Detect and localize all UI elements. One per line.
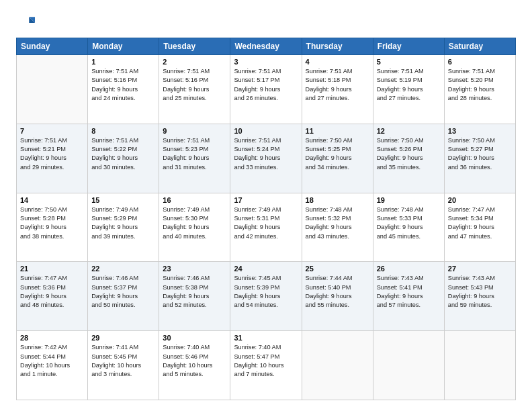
day-number: 19 bbox=[377, 196, 441, 204]
page: SundayMondayTuesdayWednesdayThursdayFrid… bbox=[0, 0, 532, 411]
week-row-1: 1Sunrise: 7:51 AM Sunset: 5:16 PM Daylig… bbox=[17, 55, 516, 124]
day-info: Sunrise: 7:51 AM Sunset: 5:24 PM Dayligh… bbox=[234, 136, 298, 172]
header-row: SundayMondayTuesdayWednesdayThursdayFrid… bbox=[17, 38, 516, 55]
day-cell bbox=[17, 55, 88, 124]
day-number: 26 bbox=[377, 265, 441, 273]
day-number: 6 bbox=[448, 58, 512, 66]
day-info: Sunrise: 7:50 AM Sunset: 5:27 PM Dayligh… bbox=[448, 136, 512, 172]
day-cell: 1Sunrise: 7:51 AM Sunset: 5:16 PM Daylig… bbox=[88, 55, 159, 124]
day-info: Sunrise: 7:43 AM Sunset: 5:43 PM Dayligh… bbox=[448, 274, 512, 310]
day-cell: 11Sunrise: 7:50 AM Sunset: 5:25 PM Dayli… bbox=[302, 124, 373, 193]
day-info: Sunrise: 7:51 AM Sunset: 5:19 PM Dayligh… bbox=[377, 67, 441, 103]
day-number: 11 bbox=[306, 127, 369, 135]
day-info: Sunrise: 7:51 AM Sunset: 5:22 PM Dayligh… bbox=[91, 136, 155, 172]
day-cell: 8Sunrise: 7:51 AM Sunset: 5:22 PM Daylig… bbox=[88, 124, 159, 193]
day-cell: 20Sunrise: 7:47 AM Sunset: 5:34 PM Dayli… bbox=[444, 193, 515, 262]
day-info: Sunrise: 7:40 AM Sunset: 5:47 PM Dayligh… bbox=[234, 343, 298, 379]
day-number: 24 bbox=[234, 265, 298, 273]
calendar-table: SundayMondayTuesdayWednesdayThursdayFrid… bbox=[16, 38, 516, 400]
day-info: Sunrise: 7:41 AM Sunset: 5:45 PM Dayligh… bbox=[91, 343, 155, 379]
day-cell: 22Sunrise: 7:46 AM Sunset: 5:37 PM Dayli… bbox=[88, 262, 159, 331]
day-number: 9 bbox=[163, 127, 226, 135]
day-info: Sunrise: 7:50 AM Sunset: 5:26 PM Dayligh… bbox=[377, 136, 441, 172]
day-cell: 13Sunrise: 7:50 AM Sunset: 5:27 PM Dayli… bbox=[444, 124, 515, 193]
day-cell: 26Sunrise: 7:43 AM Sunset: 5:41 PM Dayli… bbox=[373, 262, 444, 331]
day-number: 27 bbox=[448, 265, 512, 273]
day-cell: 6Sunrise: 7:51 AM Sunset: 5:20 PM Daylig… bbox=[444, 55, 515, 124]
day-number: 13 bbox=[448, 127, 512, 135]
day-info: Sunrise: 7:45 AM Sunset: 5:39 PM Dayligh… bbox=[234, 274, 298, 310]
day-info: Sunrise: 7:51 AM Sunset: 5:16 PM Dayligh… bbox=[163, 67, 226, 103]
logo bbox=[16, 13, 38, 32]
day-info: Sunrise: 7:50 AM Sunset: 5:25 PM Dayligh… bbox=[306, 136, 369, 172]
day-cell: 15Sunrise: 7:49 AM Sunset: 5:29 PM Dayli… bbox=[88, 193, 159, 262]
day-info: Sunrise: 7:42 AM Sunset: 5:44 PM Dayligh… bbox=[20, 343, 84, 379]
day-number: 22 bbox=[91, 265, 155, 273]
day-number: 7 bbox=[20, 127, 84, 135]
day-info: Sunrise: 7:50 AM Sunset: 5:28 PM Dayligh… bbox=[20, 205, 84, 241]
day-info: Sunrise: 7:46 AM Sunset: 5:38 PM Dayligh… bbox=[163, 274, 226, 310]
day-number: 8 bbox=[91, 127, 155, 135]
week-row-5: 28Sunrise: 7:42 AM Sunset: 5:44 PM Dayli… bbox=[17, 331, 516, 400]
day-info: Sunrise: 7:51 AM Sunset: 5:21 PM Dayligh… bbox=[20, 136, 84, 172]
day-cell: 30Sunrise: 7:40 AM Sunset: 5:46 PM Dayli… bbox=[159, 331, 230, 400]
day-cell: 2Sunrise: 7:51 AM Sunset: 5:16 PM Daylig… bbox=[159, 55, 230, 124]
week-row-3: 14Sunrise: 7:50 AM Sunset: 5:28 PM Dayli… bbox=[17, 193, 516, 262]
day-cell bbox=[444, 331, 515, 400]
day-number: 4 bbox=[306, 58, 369, 66]
day-number: 2 bbox=[163, 58, 226, 66]
day-cell: 12Sunrise: 7:50 AM Sunset: 5:26 PM Dayli… bbox=[373, 124, 444, 193]
day-number: 31 bbox=[234, 334, 298, 342]
day-cell bbox=[302, 331, 373, 400]
day-cell: 28Sunrise: 7:42 AM Sunset: 5:44 PM Dayli… bbox=[17, 331, 88, 400]
day-cell: 5Sunrise: 7:51 AM Sunset: 5:19 PM Daylig… bbox=[373, 55, 444, 124]
day-info: Sunrise: 7:43 AM Sunset: 5:41 PM Dayligh… bbox=[377, 274, 441, 310]
day-number: 21 bbox=[20, 265, 84, 273]
day-cell: 18Sunrise: 7:48 AM Sunset: 5:32 PM Dayli… bbox=[302, 193, 373, 262]
col-header-sunday: Sunday bbox=[17, 38, 88, 55]
day-number: 12 bbox=[377, 127, 441, 135]
day-number: 14 bbox=[20, 196, 84, 204]
day-cell: 14Sunrise: 7:50 AM Sunset: 5:28 PM Dayli… bbox=[17, 193, 88, 262]
week-row-4: 21Sunrise: 7:47 AM Sunset: 5:36 PM Dayli… bbox=[17, 262, 516, 331]
day-cell: 24Sunrise: 7:45 AM Sunset: 5:39 PM Dayli… bbox=[230, 262, 302, 331]
day-number: 28 bbox=[20, 334, 84, 342]
day-number: 20 bbox=[448, 196, 512, 204]
day-cell: 16Sunrise: 7:49 AM Sunset: 5:30 PM Dayli… bbox=[159, 193, 230, 262]
header bbox=[16, 13, 516, 32]
day-info: Sunrise: 7:49 AM Sunset: 5:31 PM Dayligh… bbox=[234, 205, 298, 241]
day-number: 5 bbox=[377, 58, 441, 66]
col-header-monday: Monday bbox=[88, 38, 159, 55]
col-header-saturday: Saturday bbox=[444, 38, 515, 55]
day-info: Sunrise: 7:49 AM Sunset: 5:30 PM Dayligh… bbox=[163, 205, 226, 241]
day-cell: 25Sunrise: 7:44 AM Sunset: 5:40 PM Dayli… bbox=[302, 262, 373, 331]
day-number: 23 bbox=[163, 265, 226, 273]
day-number: 25 bbox=[306, 265, 369, 273]
day-cell: 29Sunrise: 7:41 AM Sunset: 5:45 PM Dayli… bbox=[88, 331, 159, 400]
col-header-tuesday: Tuesday bbox=[159, 38, 230, 55]
day-info: Sunrise: 7:51 AM Sunset: 5:20 PM Dayligh… bbox=[448, 67, 512, 103]
day-info: Sunrise: 7:51 AM Sunset: 5:17 PM Dayligh… bbox=[234, 67, 298, 103]
day-cell: 3Sunrise: 7:51 AM Sunset: 5:17 PM Daylig… bbox=[230, 55, 302, 124]
day-cell: 23Sunrise: 7:46 AM Sunset: 5:38 PM Dayli… bbox=[159, 262, 230, 331]
day-cell: 19Sunrise: 7:48 AM Sunset: 5:33 PM Dayli… bbox=[373, 193, 444, 262]
day-info: Sunrise: 7:40 AM Sunset: 5:46 PM Dayligh… bbox=[163, 343, 226, 379]
day-number: 16 bbox=[163, 196, 226, 204]
day-number: 17 bbox=[234, 196, 298, 204]
day-cell bbox=[373, 331, 444, 400]
day-number: 30 bbox=[163, 334, 226, 342]
week-row-2: 7Sunrise: 7:51 AM Sunset: 5:21 PM Daylig… bbox=[17, 124, 516, 193]
day-cell: 21Sunrise: 7:47 AM Sunset: 5:36 PM Dayli… bbox=[17, 262, 88, 331]
day-info: Sunrise: 7:47 AM Sunset: 5:36 PM Dayligh… bbox=[20, 274, 84, 310]
day-cell: 9Sunrise: 7:51 AM Sunset: 5:23 PM Daylig… bbox=[159, 124, 230, 193]
day-info: Sunrise: 7:47 AM Sunset: 5:34 PM Dayligh… bbox=[448, 205, 512, 241]
logo-icon bbox=[16, 13, 35, 32]
day-number: 1 bbox=[91, 58, 155, 66]
day-info: Sunrise: 7:49 AM Sunset: 5:29 PM Dayligh… bbox=[91, 205, 155, 241]
day-cell: 17Sunrise: 7:49 AM Sunset: 5:31 PM Dayli… bbox=[230, 193, 302, 262]
day-cell: 7Sunrise: 7:51 AM Sunset: 5:21 PM Daylig… bbox=[17, 124, 88, 193]
col-header-wednesday: Wednesday bbox=[230, 38, 302, 55]
day-number: 29 bbox=[91, 334, 155, 342]
col-header-friday: Friday bbox=[373, 38, 444, 55]
day-number: 18 bbox=[306, 196, 369, 204]
